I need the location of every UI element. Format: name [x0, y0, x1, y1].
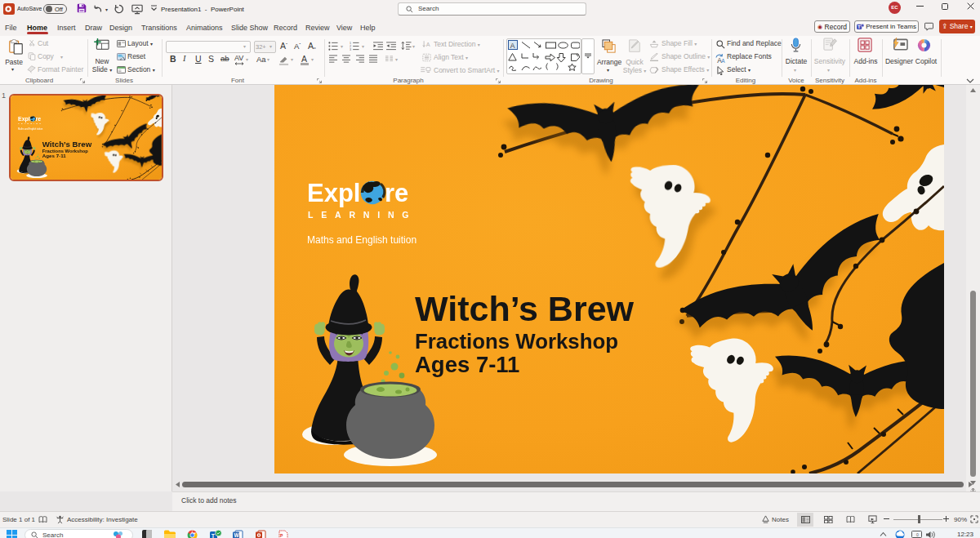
- svg-text:T: T: [212, 533, 216, 538]
- svg-text:LEARNING: LEARNING: [308, 210, 416, 220]
- svg-text:re: re: [385, 179, 408, 207]
- svg-text:A: A: [721, 58, 725, 63]
- svg-text:Expl: Expl: [307, 179, 360, 207]
- svg-text:Ages 7-11: Ages 7-11: [415, 352, 519, 377]
- svg-text:Maths and English tuition: Maths and English tuition: [307, 234, 416, 246]
- svg-text:Witch’s Brew: Witch’s Brew: [415, 289, 635, 328]
- svg-text:0: 0: [916, 532, 919, 537]
- svg-text:W: W: [234, 532, 240, 538]
- svg-text:A: A: [426, 41, 430, 48]
- svg-text:3: 3: [350, 48, 351, 51]
- svg-text:A: A: [510, 42, 515, 50]
- svg-text:Fractions Workshop: Fractions Workshop: [415, 330, 618, 353]
